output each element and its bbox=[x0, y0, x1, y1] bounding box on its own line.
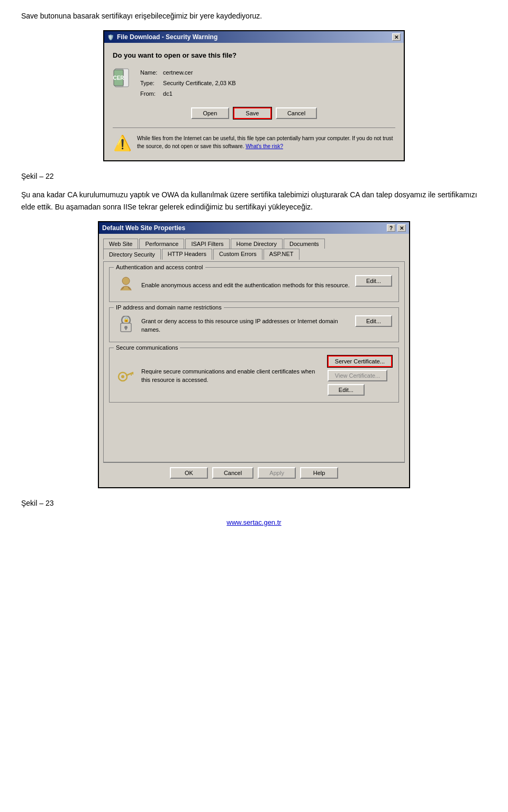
auth-section: Authentication and access control Enable… bbox=[109, 267, 399, 302]
svg-text:🔒: 🔒 bbox=[123, 316, 130, 323]
secure-section-content: Require secure communications and enable… bbox=[116, 355, 392, 396]
body-paragraph-1: Şu ana kadar CA kurulumumuzu yaptık ve O… bbox=[21, 189, 487, 213]
secure-buttons-group: Server Certificate... View Certificate..… bbox=[328, 355, 392, 396]
secure-edit-button[interactable]: Edit... bbox=[328, 384, 365, 396]
tab-performance[interactable]: Performance bbox=[139, 239, 184, 249]
tab-row-1: Web Site Performance ISAPI Filters Home … bbox=[103, 238, 405, 248]
ip-edit-button[interactable]: Edit... bbox=[355, 315, 392, 327]
tab-directory-security[interactable]: Directory Security bbox=[103, 249, 161, 260]
props-cancel-button[interactable]: Cancel bbox=[212, 467, 253, 479]
help-button[interactable]: ? bbox=[387, 224, 395, 232]
ip-section-title: IP address and domain name restrictions bbox=[114, 304, 224, 311]
name-label: Name: bbox=[140, 68, 161, 78]
file-name: Name: certnew.cer bbox=[140, 68, 236, 78]
file-details: Name: certnew.cer Type: Security Certifi… bbox=[140, 68, 236, 99]
secure-section-text: Require secure communications and enable… bbox=[141, 367, 322, 385]
secure-section-title: Secure communications bbox=[114, 344, 180, 351]
svg-rect-8 bbox=[125, 327, 126, 330]
type-value: Security Certificate, 2,03 KB bbox=[163, 80, 236, 86]
footer-link-container: www.sertac.gen.tr bbox=[21, 518, 487, 526]
svg-line-11 bbox=[126, 372, 133, 376]
svg-point-4 bbox=[122, 277, 130, 285]
props-titlebar-buttons: ? ✕ bbox=[387, 224, 406, 232]
footer-link[interactable]: www.sertac.gen.tr bbox=[226, 518, 281, 526]
titlebar-title-group: 🛡️ File Download - Security Warning bbox=[107, 33, 217, 41]
file-from: From: dc1 bbox=[140, 89, 236, 99]
view-certificate-button[interactable]: View Certificate... bbox=[328, 370, 387, 381]
warning-text: While files from the Internet can be use… bbox=[137, 134, 395, 150]
lock-icon: 🔒 bbox=[116, 315, 136, 335]
tab-aspnet[interactable]: ASP.NET bbox=[264, 249, 300, 260]
key-icon bbox=[116, 366, 136, 386]
tab-http-headers[interactable]: HTTP Headers bbox=[162, 249, 212, 260]
tab-isapi-filters[interactable]: ISAPI Filters bbox=[185, 239, 229, 249]
from-value: dc1 bbox=[163, 90, 173, 97]
close-button[interactable]: ✕ bbox=[392, 33, 401, 41]
tab-row-2: Directory Security HTTP Headers Custom E… bbox=[103, 248, 405, 259]
svg-text:CER: CER bbox=[113, 75, 124, 81]
ip-section: IP address and domain name restrictions … bbox=[109, 307, 399, 342]
props-dialog: Default Web Site Properties ? ✕ Web Site… bbox=[98, 221, 410, 488]
apply-button[interactable]: Apply bbox=[258, 467, 296, 479]
auth-edit-button[interactable]: Edit... bbox=[355, 275, 392, 287]
file-type-icon: CER bbox=[113, 68, 134, 89]
dialog-icon: 🛡️ bbox=[107, 34, 114, 40]
dialog-button-group: Open Save Cancel bbox=[113, 107, 395, 119]
intro-text: Save butonuna basarak sertifikayı erişeb… bbox=[21, 11, 487, 22]
tab-web-site[interactable]: Web Site bbox=[103, 239, 138, 249]
handshake-icon bbox=[116, 275, 136, 295]
file-download-titlebar: 🛡️ File Download - Security Warning ✕ bbox=[104, 31, 404, 43]
auth-section-text: Enable anonymous access and edit the aut… bbox=[141, 281, 350, 290]
cancel-button[interactable]: Cancel bbox=[276, 107, 317, 119]
file-info-row: CER Name: certnew.cer Type: Security Cer… bbox=[113, 68, 395, 99]
props-help-button[interactable]: Help bbox=[300, 467, 338, 479]
props-close-button[interactable]: ✕ bbox=[397, 224, 406, 232]
ip-section-content: 🔒 Grant or deny access to this resource … bbox=[116, 315, 392, 335]
props-titlebar-title: Default Web Site Properties bbox=[102, 224, 185, 232]
ip-section-text: Grant or deny access to this resource us… bbox=[141, 317, 350, 334]
auth-section-content: Enable anonymous access and edit the aut… bbox=[116, 275, 392, 295]
file-download-dialog: 🛡️ File Download - Security Warning ✕ Do… bbox=[103, 30, 405, 161]
props-footer: OK Cancel Apply Help bbox=[103, 462, 405, 483]
from-label: From: bbox=[140, 89, 161, 99]
whats-the-risk-link[interactable]: What's the risk? bbox=[246, 143, 283, 149]
titlebar-text: File Download - Security Warning bbox=[117, 33, 217, 41]
tab-content: Authentication and access control Enable… bbox=[103, 261, 405, 462]
file-type: Type: Security Certificate, 2,03 KB bbox=[140, 78, 236, 89]
tab-documents[interactable]: Documents bbox=[284, 239, 325, 249]
save-button[interactable]: Save bbox=[233, 107, 271, 119]
tab-custom-errors[interactable]: Custom Errors bbox=[213, 249, 262, 260]
svg-point-14 bbox=[121, 375, 124, 378]
secure-section: Secure communications Require secure com… bbox=[109, 348, 399, 403]
ok-button[interactable]: OK bbox=[170, 467, 208, 479]
tab-home-directory[interactable]: Home Directory bbox=[231, 239, 283, 249]
caption-2: Şekil – 23 bbox=[21, 499, 487, 507]
warning-icon: ⚠️ bbox=[113, 134, 132, 152]
dialog-question: Do you want to open or save this file? bbox=[113, 51, 395, 59]
props-titlebar: Default Web Site Properties ? ✕ bbox=[99, 222, 409, 234]
dialog-body: Do you want to open or save this file? C… bbox=[104, 43, 404, 160]
caption-1: Şekil – 22 bbox=[21, 172, 487, 180]
auth-section-title: Authentication and access control bbox=[114, 264, 205, 270]
open-button[interactable]: Open bbox=[191, 107, 229, 119]
server-certificate-button[interactable]: Server Certificate... bbox=[328, 355, 392, 367]
warning-section: ⚠️ While files from the Internet can be … bbox=[113, 127, 395, 152]
props-body: Web Site Performance ISAPI Filters Home … bbox=[99, 234, 409, 487]
type-label: Type: bbox=[140, 78, 161, 89]
name-value: certnew.cer bbox=[163, 69, 193, 76]
